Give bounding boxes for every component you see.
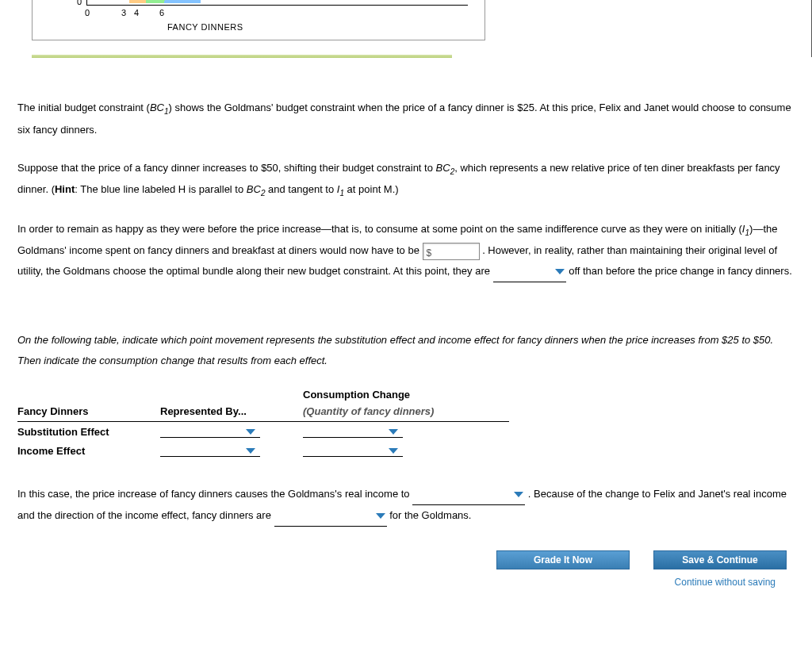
table-header-fancy-dinners: Fancy Dinners: [17, 402, 160, 420]
table-row-substitution: Substitution Effect: [17, 422, 795, 441]
table-header-represented: Represented By...: [160, 402, 303, 420]
save-continue-button[interactable]: Save & Continue: [653, 550, 787, 569]
chart-x-tick-4: 4: [134, 8, 139, 17]
chart-fragment: 0 0 3 4 6 FANCY DINNERS: [32, 0, 485, 40]
chevron-down-icon: [246, 448, 255, 454]
row-label-income: Income Effect: [17, 442, 160, 460]
effects-table: Consumption Change Fancy Dinners Represe…: [17, 389, 795, 460]
continue-without-saving-link[interactable]: Continue without saving: [675, 577, 776, 588]
paragraph-table-instructions: On the following table, indicate which p…: [17, 330, 795, 371]
income-amount-input[interactable]: $: [423, 243, 480, 260]
footer-buttons: Grade It Now Save & Continue: [17, 550, 795, 569]
chevron-down-icon: [389, 429, 398, 435]
good-type-dropdown[interactable]: [274, 505, 387, 527]
chart-y-tick-0: 0: [77, 0, 82, 6]
table-super-header: Consumption Change: [17, 389, 795, 401]
section-divider: [32, 55, 452, 58]
income-represented-dropdown[interactable]: [160, 444, 260, 457]
substitution-represented-dropdown[interactable]: [160, 425, 260, 438]
paragraph-income-blank: In order to remain as happy as they were…: [17, 219, 795, 283]
grade-it-now-button[interactable]: Grade It Now: [496, 550, 630, 569]
real-income-dropdown[interactable]: [412, 484, 525, 505]
chart-x-tick-6: 6: [159, 8, 164, 17]
paragraph-price-increase: Suppose that the price of a fancy dinner…: [17, 158, 795, 201]
paragraph-conclusion: In this case, the price increase of fanc…: [17, 484, 795, 527]
chevron-down-icon: [376, 513, 385, 519]
chart-x-tick-0: 0: [85, 8, 90, 17]
chart-x-tick-3: 3: [121, 8, 126, 17]
chevron-down-icon: [514, 492, 523, 497]
substitution-quantity-dropdown[interactable]: [303, 425, 403, 438]
table-header-row: Fancy Dinners Represented By... (Quantit…: [17, 402, 795, 420]
chevron-down-icon: [389, 448, 398, 454]
paragraph-bc1-intro: The initial budget constraint (BC1) show…: [17, 98, 795, 140]
chevron-down-icon: [246, 429, 255, 435]
table-header-quantity: (Quantity of fancy dinners): [303, 402, 501, 420]
row-label-substitution: Substitution Effect: [17, 423, 160, 441]
better-worse-dropdown[interactable]: [493, 261, 566, 282]
income-quantity-dropdown[interactable]: [303, 444, 403, 457]
chart-x-label: FANCY DINNERS: [167, 22, 243, 32]
chevron-down-icon: [555, 269, 565, 274]
chart-x-axis: [86, 0, 468, 6]
table-row-income: Income Effect: [17, 441, 795, 460]
